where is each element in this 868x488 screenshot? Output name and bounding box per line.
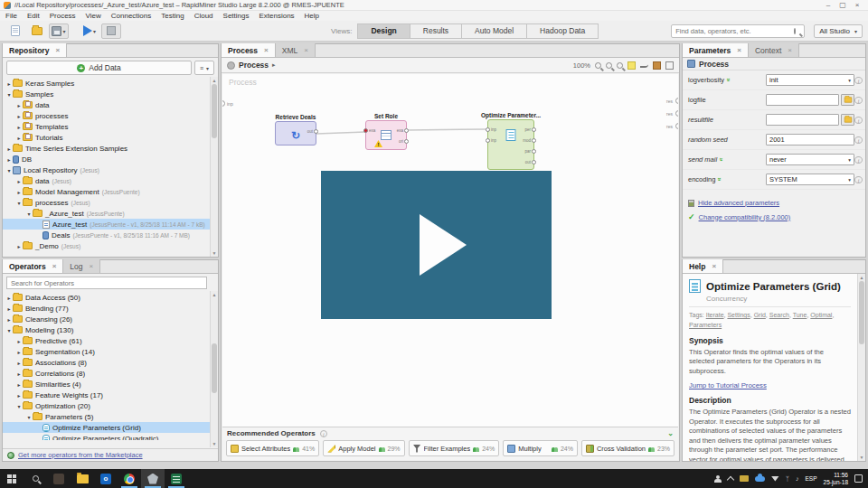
close-icon[interactable]: ×: [304, 46, 308, 54]
operator-optimize-parameter-[interactable]: Optimize Parameter...inpinppermodparout: [487, 119, 534, 170]
process-canvas[interactable]: Process inp Retrieve Deals↻outSet Roleex…: [222, 74, 678, 427]
recommended-operator-select-attributes[interactable]: Select Attributes41%: [226, 440, 319, 456]
tree-item[interactable]: Optimize Parameters (Grid): [3, 422, 218, 433]
repository-scrollbar[interactable]: ▲ ▼: [210, 77, 218, 257]
tree-item[interactable]: ▸Time Series Extension Samples: [3, 143, 218, 154]
menu-extensions[interactable]: Extensions: [259, 12, 294, 20]
scroll-down-icon[interactable]: ▼: [211, 441, 218, 446]
help-scrollbar[interactable]: ▲ ▼: [857, 274, 865, 461]
chevron-right-icon[interactable]: ▸: [15, 392, 23, 399]
tree-item[interactable]: ▾Samples: [3, 89, 218, 99]
chevron-down-icon[interactable]: ▾: [5, 167, 13, 174]
minimize-button[interactable]: –: [821, 1, 835, 9]
close-icon[interactable]: ×: [264, 46, 269, 54]
scroll-up-icon[interactable]: ▲: [211, 292, 218, 297]
close-icon[interactable]: ×: [712, 262, 716, 270]
tree-item[interactable]: ▾_Azure_test(JesusPuente): [3, 208, 218, 219]
tutorial-video-overlay[interactable]: [321, 171, 552, 319]
chevron-down-icon[interactable]: ▾: [5, 327, 13, 333]
scroll-up-icon[interactable]: ▲: [211, 78, 218, 83]
operators-scrollbar[interactable]: ▲ ▼: [210, 291, 218, 447]
recommended-operator-filter-examples[interactable]: Filter Examples24%: [409, 440, 500, 456]
taskbar-excel[interactable]: [165, 469, 188, 488]
help-tag-link[interactable]: Search: [769, 312, 789, 318]
chevron-right-icon[interactable]: ▸: [15, 113, 23, 119]
result-port[interactable]: [675, 123, 678, 129]
help-tag-link[interactable]: Settings: [727, 312, 750, 318]
help-tag-link[interactable]: Grid: [754, 312, 766, 318]
tree-item[interactable]: ▸Feature Weights (17): [3, 389, 218, 400]
close-icon[interactable]: ×: [737, 46, 741, 54]
parameter-input-resultfile[interactable]: [766, 114, 839, 126]
parameter-dropdown-encoding[interactable]: SYSTEM▾: [766, 174, 854, 185]
taskbar-rapidminer[interactable]: [141, 469, 165, 488]
tree-item[interactable]: ▾Parameters (5): [3, 411, 218, 422]
output-port[interactable]: [404, 139, 409, 144]
studio-scope-dropdown[interactable]: All Studio▾: [814, 24, 863, 38]
tree-item[interactable]: ▾Local Repository(Jesus): [3, 164, 218, 175]
tree-item[interactable]: ▸Correlations (8): [3, 368, 218, 379]
tab-process[interactable]: Process×: [222, 43, 276, 57]
clock[interactable]: 11:56 25-jun-18: [824, 472, 848, 485]
zoom-in-icon[interactable]: [606, 62, 612, 69]
repository-menu-button[interactable]: ≡▾: [194, 61, 214, 75]
action-center-icon[interactable]: [854, 474, 863, 483]
operator-set-role[interactable]: Set Roleexaexaori!: [365, 120, 407, 150]
language-indicator[interactable]: ESP: [806, 475, 817, 482]
save-process-button[interactable]: ▾: [49, 23, 69, 39]
output-port[interactable]: [532, 138, 536, 143]
chevron-right-icon[interactable]: ▸: [5, 295, 13, 301]
menu-connections[interactable]: Connections: [111, 12, 151, 20]
tree-item[interactable]: ▸Predictive (61): [3, 335, 218, 346]
recommended-operator-multiply[interactable]: Multiply24%: [503, 440, 578, 456]
run-process-button[interactable]: ▾: [80, 23, 99, 39]
add-note-icon[interactable]: [627, 61, 636, 70]
background-image-icon[interactable]: [653, 61, 661, 70]
recommended-operator-cross-validation[interactable]: Cross Validation23%: [581, 440, 675, 456]
chevron-right-icon[interactable]: ▸: [15, 349, 23, 355]
help-tag-link[interactable]: Iterate: [706, 312, 724, 318]
chevron-right-icon[interactable]: ▸: [15, 371, 23, 377]
usb-icon[interactable]: ᛉ: [786, 475, 789, 482]
tab-help[interactable]: Help×: [683, 259, 723, 273]
tab-context[interactable]: Context×: [749, 43, 799, 57]
browse-file-button[interactable]: [841, 94, 854, 106]
play-icon[interactable]: [420, 214, 467, 276]
tray-folder-icon[interactable]: [740, 475, 749, 482]
tab-repository[interactable]: Repository×: [3, 43, 67, 57]
tree-item[interactable]: ▸Segmentation (14): [3, 346, 218, 357]
warning-icon[interactable]: !: [374, 140, 382, 147]
menu-edit[interactable]: Edit: [27, 12, 40, 20]
marketplace-link[interactable]: Get more operators from the Marketplace: [18, 451, 143, 459]
tree-item[interactable]: ▸Model Management(JesusPuente): [3, 186, 218, 197]
chevron-right-icon[interactable]: ▸: [15, 338, 23, 344]
taskbar-file-explorer[interactable]: [71, 469, 94, 488]
menu-cloud[interactable]: Cloud: [194, 12, 213, 20]
tree-item[interactable]: ▾Optimization (20): [3, 400, 218, 411]
menu-help[interactable]: Help: [305, 12, 319, 20]
view-results[interactable]: Results: [410, 23, 462, 39]
info-icon[interactable]: i: [854, 176, 863, 183]
chevron-right-icon[interactable]: ▸: [15, 135, 23, 141]
run-dropdown-caret-icon[interactable]: ▾: [93, 28, 96, 34]
menu-process[interactable]: Process: [50, 12, 76, 20]
scroll-down-icon[interactable]: ▼: [211, 250, 218, 256]
output-port[interactable]: [404, 128, 409, 133]
chevron-down-icon[interactable]: ▾: [15, 200, 23, 206]
tree-item[interactable]: ▸Templates: [3, 121, 218, 132]
close-icon[interactable]: ×: [55, 46, 60, 54]
output-port[interactable]: [314, 129, 318, 134]
save-dropdown-caret-icon[interactable]: ▾: [62, 28, 65, 34]
view-design[interactable]: Design: [357, 23, 410, 39]
tree-item[interactable]: Deals(JesusPuente - v1, 8/25/18 11:16 AM…: [3, 230, 218, 240]
scroll-up-icon[interactable]: ▲: [858, 275, 865, 280]
info-icon[interactable]: i: [854, 77, 863, 84]
tree-item[interactable]: Azure_test(JesusPuente - v1, 8/25/18 11:…: [3, 219, 218, 230]
audio-icon[interactable]: ♪: [796, 475, 799, 482]
taskbar-chrome[interactable]: [118, 469, 141, 488]
parameter-dropdown-send-mail[interactable]: never▾: [766, 154, 854, 165]
recommended-operator-apply-model[interactable]: Apply Model29%: [323, 440, 404, 456]
close-icon[interactable]: ×: [52, 262, 57, 270]
taskbar-search-button[interactable]: [24, 469, 47, 488]
chevron-down-icon[interactable]: ▾: [5, 91, 13, 98]
